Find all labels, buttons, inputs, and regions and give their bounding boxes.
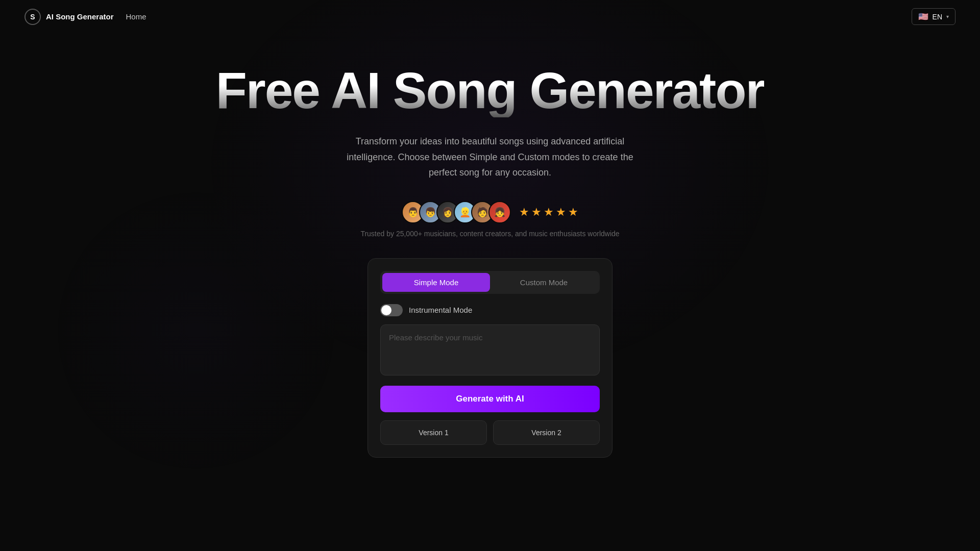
music-description-input[interactable]	[380, 324, 600, 375]
language-selector[interactable]: 🇺🇸 EN ▾	[912, 8, 955, 25]
logo-text: AI Song Generator	[46, 12, 114, 21]
hero-subtitle: Transform your ideas into beautiful song…	[337, 134, 643, 181]
generate-button[interactable]: Generate with AI	[380, 386, 600, 412]
logo-icon: S	[24, 9, 41, 25]
flag-icon: 🇺🇸	[918, 12, 928, 21]
navbar: S AI Song Generator Home 🇺🇸 EN ▾	[0, 0, 980, 33]
avatar: 👧	[488, 201, 511, 223]
instrumental-label: Instrumental Mode	[409, 306, 472, 314]
version-2-card: Version 2	[493, 420, 600, 445]
instrumental-toggle-row: Instrumental Mode	[380, 304, 600, 316]
avatar-group: 👨 👦 👩 👱 🧑 👧	[402, 201, 511, 223]
generator-card: Simple Mode Custom Mode Instrumental Mod…	[368, 258, 612, 458]
mode-tabs: Simple Mode Custom Mode	[380, 271, 600, 294]
chevron-down-icon: ▾	[946, 14, 949, 19]
star-icon: ★	[544, 206, 554, 219]
star-icon: ★	[519, 206, 529, 219]
version-2-label: Version 2	[531, 429, 561, 437]
lang-code: EN	[933, 13, 942, 21]
instrumental-toggle[interactable]	[380, 304, 403, 316]
version-row: Version 1 Version 2	[380, 420, 600, 445]
logo[interactable]: S AI Song Generator	[24, 9, 114, 25]
tab-custom-mode[interactable]: Custom Mode	[490, 273, 598, 292]
star-rating: ★ ★ ★ ★ ★	[519, 206, 578, 219]
hero-section: Free AI Song Generator Transform your id…	[0, 33, 980, 478]
nav-left: S AI Song Generator Home	[24, 9, 146, 25]
social-proof: 👨 👦 👩 👱 🧑 👧 ★ ★ ★ ★ ★	[402, 201, 578, 223]
version-1-card: Version 1	[380, 420, 487, 445]
home-link[interactable]: Home	[126, 12, 146, 21]
star-icon: ★	[568, 206, 578, 219]
star-icon: ★	[531, 206, 542, 219]
toggle-knob	[381, 305, 391, 315]
hero-title: Free AI Song Generator	[216, 64, 765, 117]
version-1-label: Version 1	[419, 429, 448, 437]
star-icon: ★	[556, 206, 566, 219]
tab-simple-mode[interactable]: Simple Mode	[382, 273, 490, 292]
trusted-text: Trusted by 25,000+ musicians, content cr…	[360, 230, 619, 238]
